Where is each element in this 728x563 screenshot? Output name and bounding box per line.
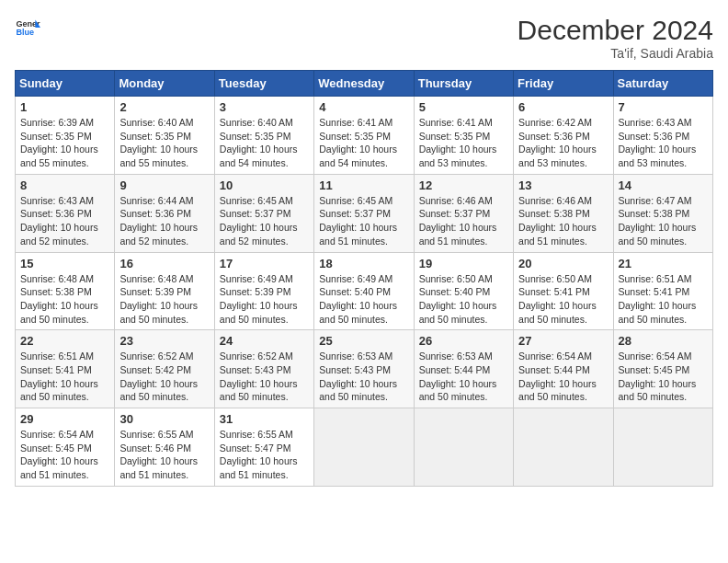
col-header-monday: Monday: [115, 71, 214, 97]
day-cell: 2Sunrise: 6:40 AM Sunset: 5:35 PM Daylig…: [115, 97, 214, 175]
day-number: 9: [119, 178, 209, 192]
day-info: Sunrise: 6:40 AM Sunset: 5:35 PM Dayligh…: [220, 116, 309, 170]
day-number: 6: [518, 100, 608, 114]
day-info: Sunrise: 6:52 AM Sunset: 5:43 PM Dayligh…: [220, 350, 309, 404]
week-row-1: 1Sunrise: 6:39 AM Sunset: 5:35 PM Daylig…: [16, 97, 713, 175]
day-cell: 16Sunrise: 6:48 AM Sunset: 5:39 PM Dayli…: [115, 252, 214, 330]
page-header: General Blue December 2024 Ta'if, Saudi …: [15, 15, 713, 61]
day-number: 2: [119, 100, 209, 114]
day-info: Sunrise: 6:52 AM Sunset: 5:42 PM Dayligh…: [119, 350, 209, 404]
day-info: Sunrise: 6:39 AM Sunset: 5:35 PM Dayligh…: [20, 116, 109, 170]
day-info: Sunrise: 6:50 AM Sunset: 5:40 PM Dayligh…: [419, 272, 508, 327]
day-info: Sunrise: 6:54 AM Sunset: 5:45 PM Dayligh…: [20, 428, 109, 482]
day-number: 14: [619, 178, 708, 192]
day-cell: 31Sunrise: 6:55 AM Sunset: 5:47 PM Dayli…: [214, 408, 313, 487]
day-number: 20: [518, 257, 608, 270]
calendar-body: 1Sunrise: 6:39 AM Sunset: 5:35 PM Daylig…: [16, 97, 713, 487]
day-info: Sunrise: 6:45 AM Sunset: 5:37 PM Dayligh…: [319, 194, 408, 248]
day-cell: 22Sunrise: 6:51 AM Sunset: 5:41 PM Dayli…: [16, 330, 115, 408]
day-number: 24: [220, 334, 309, 348]
day-cell: 7Sunrise: 6:43 AM Sunset: 5:36 PM Daylig…: [613, 97, 712, 175]
day-info: Sunrise: 6:43 AM Sunset: 5:36 PM Dayligh…: [20, 194, 109, 248]
day-number: 17: [220, 257, 309, 270]
day-number: 4: [319, 100, 408, 114]
day-info: Sunrise: 6:44 AM Sunset: 5:36 PM Dayligh…: [119, 194, 209, 248]
day-cell: 5Sunrise: 6:41 AM Sunset: 5:35 PM Daylig…: [414, 97, 513, 175]
logo-icon: General Blue: [15, 15, 40, 40]
day-cell: 25Sunrise: 6:53 AM Sunset: 5:43 PM Dayli…: [314, 330, 414, 408]
day-info: Sunrise: 6:40 AM Sunset: 5:35 PM Dayligh…: [119, 116, 209, 170]
day-cell: 10Sunrise: 6:45 AM Sunset: 5:37 PM Dayli…: [214, 174, 313, 252]
day-info: Sunrise: 6:46 AM Sunset: 5:38 PM Dayligh…: [518, 194, 608, 248]
day-number: 19: [419, 257, 508, 270]
day-cell: 4Sunrise: 6:41 AM Sunset: 5:35 PM Daylig…: [314, 97, 414, 175]
day-cell: 14Sunrise: 6:47 AM Sunset: 5:38 PM Dayli…: [613, 174, 712, 252]
day-number: 8: [20, 178, 109, 192]
day-info: Sunrise: 6:50 AM Sunset: 5:41 PM Dayligh…: [518, 272, 608, 327]
day-header-row: SundayMondayTuesdayWednesdayThursdayFrid…: [16, 71, 713, 97]
day-number: 27: [518, 334, 608, 348]
day-cell: 23Sunrise: 6:52 AM Sunset: 5:42 PM Dayli…: [115, 330, 214, 408]
day-cell: [613, 408, 712, 487]
day-cell: 20Sunrise: 6:50 AM Sunset: 5:41 PM Dayli…: [514, 252, 613, 330]
logo: General Blue: [15, 15, 40, 40]
day-cell: 18Sunrise: 6:49 AM Sunset: 5:40 PM Dayli…: [314, 252, 414, 330]
day-cell: 15Sunrise: 6:48 AM Sunset: 5:38 PM Dayli…: [16, 252, 115, 330]
day-cell: 19Sunrise: 6:50 AM Sunset: 5:40 PM Dayli…: [414, 252, 513, 330]
day-number: 28: [619, 334, 708, 348]
day-info: Sunrise: 6:53 AM Sunset: 5:44 PM Dayligh…: [419, 350, 508, 404]
day-cell: 1Sunrise: 6:39 AM Sunset: 5:35 PM Daylig…: [16, 97, 115, 175]
day-info: Sunrise: 6:53 AM Sunset: 5:43 PM Dayligh…: [319, 350, 408, 404]
day-number: 25: [319, 334, 408, 348]
day-info: Sunrise: 6:46 AM Sunset: 5:37 PM Dayligh…: [419, 194, 508, 248]
day-number: 23: [119, 334, 209, 348]
week-row-4: 22Sunrise: 6:51 AM Sunset: 5:41 PM Dayli…: [16, 330, 713, 408]
day-info: Sunrise: 6:45 AM Sunset: 5:37 PM Dayligh…: [220, 194, 309, 248]
day-info: Sunrise: 6:54 AM Sunset: 5:44 PM Dayligh…: [518, 350, 608, 404]
day-number: 31: [220, 412, 309, 426]
day-cell: 3Sunrise: 6:40 AM Sunset: 5:35 PM Daylig…: [214, 97, 313, 175]
day-info: Sunrise: 6:51 AM Sunset: 5:41 PM Dayligh…: [20, 350, 109, 404]
day-number: 3: [220, 100, 309, 114]
day-info: Sunrise: 6:55 AM Sunset: 5:46 PM Dayligh…: [119, 428, 209, 482]
day-number: 1: [20, 100, 109, 114]
day-number: 5: [419, 100, 508, 114]
calendar-table: SundayMondayTuesdayWednesdayThursdayFrid…: [15, 70, 713, 487]
week-row-5: 29Sunrise: 6:54 AM Sunset: 5:45 PM Dayli…: [16, 408, 713, 487]
day-number: 13: [518, 178, 608, 192]
week-row-2: 8Sunrise: 6:43 AM Sunset: 5:36 PM Daylig…: [16, 174, 713, 252]
day-cell: 12Sunrise: 6:46 AM Sunset: 5:37 PM Dayli…: [414, 174, 513, 252]
day-cell: 27Sunrise: 6:54 AM Sunset: 5:44 PM Dayli…: [514, 330, 613, 408]
day-number: 22: [20, 334, 109, 348]
day-number: 29: [20, 412, 109, 426]
month-title: December 2024: [518, 15, 713, 46]
day-info: Sunrise: 6:48 AM Sunset: 5:39 PM Dayligh…: [119, 272, 209, 327]
day-cell: [414, 408, 513, 487]
day-info: Sunrise: 6:49 AM Sunset: 5:39 PM Dayligh…: [220, 272, 309, 327]
day-number: 16: [119, 257, 209, 270]
week-row-3: 15Sunrise: 6:48 AM Sunset: 5:38 PM Dayli…: [16, 252, 713, 330]
day-number: 11: [319, 178, 408, 192]
day-info: Sunrise: 6:41 AM Sunset: 5:35 PM Dayligh…: [319, 116, 408, 170]
day-info: Sunrise: 6:55 AM Sunset: 5:47 PM Dayligh…: [220, 428, 309, 482]
day-cell: 29Sunrise: 6:54 AM Sunset: 5:45 PM Dayli…: [16, 408, 115, 487]
day-cell: 30Sunrise: 6:55 AM Sunset: 5:46 PM Dayli…: [115, 408, 214, 487]
day-number: 21: [619, 257, 708, 270]
col-header-sunday: Sunday: [16, 71, 115, 97]
day-cell: 9Sunrise: 6:44 AM Sunset: 5:36 PM Daylig…: [115, 174, 214, 252]
day-cell: 6Sunrise: 6:42 AM Sunset: 5:36 PM Daylig…: [514, 97, 613, 175]
day-number: 10: [220, 178, 309, 192]
day-info: Sunrise: 6:54 AM Sunset: 5:45 PM Dayligh…: [619, 350, 708, 404]
location-subtitle: Ta'if, Saudi Arabia: [518, 46, 713, 61]
day-info: Sunrise: 6:43 AM Sunset: 5:36 PM Dayligh…: [619, 116, 708, 170]
day-number: 7: [619, 100, 708, 114]
day-cell: [514, 408, 613, 487]
day-number: 18: [319, 257, 408, 270]
day-info: Sunrise: 6:48 AM Sunset: 5:38 PM Dayligh…: [20, 272, 109, 327]
day-number: 26: [419, 334, 508, 348]
day-cell: 21Sunrise: 6:51 AM Sunset: 5:41 PM Dayli…: [613, 252, 712, 330]
calendar-header: SundayMondayTuesdayWednesdayThursdayFrid…: [16, 71, 713, 97]
day-number: 12: [419, 178, 508, 192]
day-cell: 24Sunrise: 6:52 AM Sunset: 5:43 PM Dayli…: [214, 330, 313, 408]
col-header-wednesday: Wednesday: [314, 71, 414, 97]
